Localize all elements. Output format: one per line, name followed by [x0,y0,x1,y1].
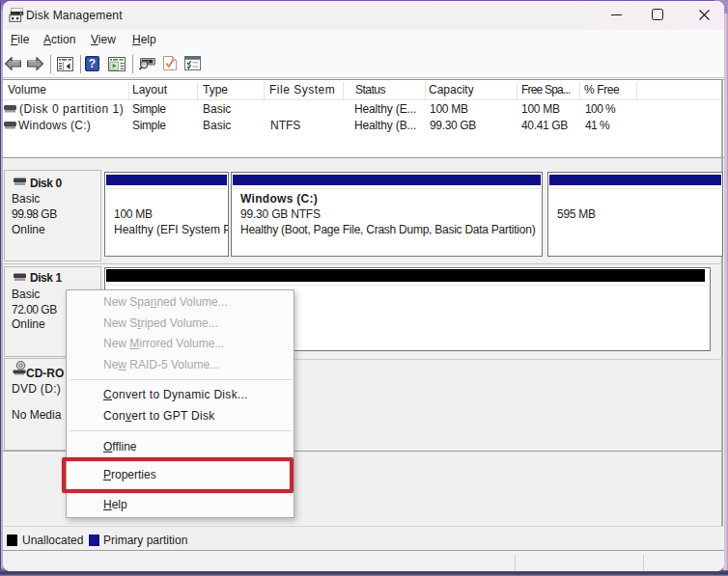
svg-text:?: ? [89,57,96,70]
